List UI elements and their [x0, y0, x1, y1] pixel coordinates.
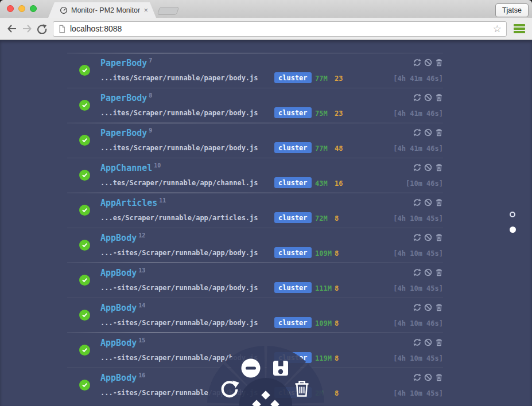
process-row[interactable]: PaperBody9 — [67, 123, 443, 158]
mode-badge: cluster — [274, 282, 312, 293]
process-id: 11 — [159, 197, 166, 204]
restart-icon[interactable] — [413, 268, 421, 276]
cpu-value: 8 — [335, 284, 339, 292]
bookmark-star-icon[interactable]: ☆ — [493, 24, 502, 34]
uptime-value: [4h 10m 45s] — [393, 354, 443, 362]
memory-value: 109M — [315, 319, 332, 327]
restart-icon[interactable] — [413, 338, 421, 346]
status-online-icon — [79, 380, 90, 391]
tab-pm2-monitor[interactable]: Monitor- PM2 Monitor × — [48, 2, 156, 18]
pm2-monitor-page: PaperBody7 — [0, 40, 532, 406]
row-actions — [413, 233, 443, 241]
close-window-button[interactable] — [7, 5, 14, 12]
process-id: 16 — [138, 372, 145, 378]
delete-icon[interactable] — [435, 233, 443, 241]
stop-icon[interactable] — [424, 338, 432, 346]
stop-icon[interactable] — [424, 128, 432, 136]
status-online-icon — [79, 240, 90, 251]
stop-icon[interactable] — [424, 93, 432, 102]
radial-action-menu — [197, 335, 335, 406]
reload-button[interactable] — [34, 21, 49, 36]
restart-icon[interactable] — [413, 233, 421, 241]
process-id: 13 — [138, 267, 145, 274]
new-tab-button[interactable] — [157, 7, 180, 15]
delete-icon[interactable] — [435, 373, 443, 381]
status-online-icon — [79, 170, 90, 181]
stop-icon[interactable] — [424, 268, 432, 276]
uptime-value: [4h 10m 45s] — [393, 389, 443, 397]
uptime-value: [4h 10m 45s] — [393, 214, 443, 222]
forward-arrow-icon — [21, 24, 33, 33]
tab-close-icon[interactable]: × — [143, 6, 148, 14]
stop-icon[interactable] — [424, 303, 432, 311]
process-row[interactable]: PaperBody8 — [67, 88, 443, 123]
cpu-value: 23 — [335, 75, 343, 83]
restart-icon[interactable] — [413, 163, 421, 171]
process-row[interactable]: AppArticles11 — [67, 193, 443, 228]
status-online-icon — [79, 135, 90, 146]
mode-badge: cluster — [274, 72, 312, 83]
process-path: ...es/Scraper/runnable/app/articles.js — [100, 214, 258, 222]
uptime-value: [10m 46s] — [406, 179, 443, 188]
profile-button[interactable]: Tjatse — [495, 3, 529, 17]
process-name: PaperBody8 — [100, 93, 152, 103]
mode-badge: cluster — [274, 177, 312, 188]
delete-icon[interactable] — [435, 268, 443, 276]
process-name: AppBody12 — [100, 233, 145, 243]
restart-icon[interactable] — [413, 198, 421, 206]
stop-icon[interactable] — [424, 233, 432, 241]
delete-icon[interactable] — [435, 93, 443, 102]
process-row[interactable]: AppBody14 — [67, 298, 443, 333]
mode-badge: cluster — [274, 247, 312, 258]
restart-icon[interactable] — [413, 303, 421, 311]
delete-icon[interactable] — [435, 58, 443, 67]
process-id: 9 — [149, 127, 152, 134]
process-row[interactable]: AppBody12 — [67, 228, 443, 263]
address-bar[interactable]: localhost:8088 ☆ — [53, 21, 507, 37]
uptime-value: [4h 10m 46s] — [393, 319, 443, 327]
radial-stop-icon[interactable] — [242, 359, 261, 378]
cpu-value: 8 — [335, 249, 339, 257]
process-name: PaperBody7 — [100, 58, 152, 68]
delete-icon[interactable] — [435, 198, 443, 206]
stop-icon[interactable] — [424, 198, 432, 206]
back-button[interactable] — [5, 21, 20, 36]
url-text: localhost:8088 — [70, 24, 493, 33]
process-row[interactable]: AppBody13 — [67, 263, 443, 298]
restart-icon[interactable] — [413, 58, 421, 67]
delete-icon[interactable] — [435, 303, 443, 311]
status-online-icon — [79, 345, 90, 356]
cpu-value: 8 — [335, 319, 339, 327]
radial-save-icon[interactable] — [273, 361, 288, 376]
mode-badge: cluster — [274, 107, 312, 118]
restart-icon[interactable] — [413, 373, 421, 381]
pagination-dot-2-active[interactable] — [510, 227, 516, 233]
delete-icon[interactable] — [435, 163, 443, 171]
process-row[interactable]: AppChannel10 — [67, 158, 443, 193]
row-actions — [413, 163, 443, 171]
process-path: ...-sites/Scraper/runnable/app/body.js — [100, 284, 258, 292]
pagination-dot-1[interactable] — [510, 212, 515, 217]
minimize-window-button[interactable] — [18, 5, 25, 12]
restart-icon[interactable] — [413, 128, 421, 136]
browser-menu-icon[interactable] — [514, 24, 525, 33]
cpu-value: 48 — [335, 145, 343, 153]
process-name: AppArticles11 — [100, 198, 166, 208]
memory-value: 43M — [315, 179, 328, 188]
forward-button[interactable] — [20, 21, 34, 36]
stop-icon[interactable] — [424, 58, 432, 67]
zoom-window-button[interactable] — [30, 5, 37, 12]
process-path: ...ites/Scraper/runnable/paper/body.js — [100, 74, 258, 82]
delete-icon[interactable] — [435, 128, 443, 136]
process-row[interactable]: PaperBody7 — [67, 53, 443, 88]
stop-icon[interactable] — [424, 373, 432, 381]
process-path: ...tes/Scraper/runnable/app/channel.js — [100, 179, 258, 187]
uptime-value: [4h 41m 46s] — [393, 110, 443, 118]
traffic-lights — [7, 5, 37, 12]
memory-value: 75M — [315, 110, 328, 118]
stop-icon[interactable] — [424, 163, 432, 171]
delete-icon[interactable] — [435, 338, 443, 346]
restart-icon[interactable] — [413, 93, 421, 102]
uptime-value: [4h 10m 45s] — [393, 249, 443, 257]
status-online-icon — [79, 65, 90, 76]
